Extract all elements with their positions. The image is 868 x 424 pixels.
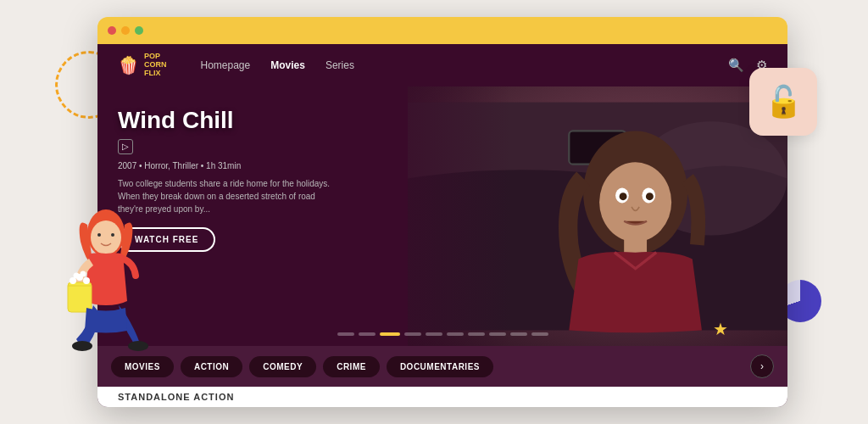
logo: 🍿 POPCORNFLIX [118, 53, 167, 78]
svg-point-9 [81, 271, 86, 277]
svg-rect-4 [68, 282, 92, 312]
logo-text: POPCORNFLIX [144, 53, 167, 78]
search-icon[interactable]: 🔍 [728, 58, 744, 73]
dot-8[interactable] [489, 332, 506, 336]
nav-movies[interactable]: Movies [270, 59, 305, 71]
rating-box: ▷ [118, 139, 133, 154]
nav-links: Homepage Movies Series [201, 59, 729, 71]
genre-bar: MOVIES ACTION COMEDY CRIME DOCUMENTARIES… [97, 346, 787, 387]
genre-crime[interactable]: CRIME [323, 356, 380, 377]
genre-comedy[interactable]: COMEDY [249, 356, 316, 377]
titlebar-dot-yellow[interactable] [121, 26, 130, 35]
dot-6[interactable] [447, 332, 464, 336]
navigation: 🍿 POPCORNFLIX Homepage Movies Series 🔍 ⚙ [97, 44, 787, 86]
dot-5[interactable] [426, 332, 442, 336]
bottom-bar-text: STANDALONE ACTION [118, 392, 234, 402]
svg-point-10 [72, 341, 92, 351]
slide-indicators [97, 332, 787, 336]
titlebar-dot-red[interactable] [108, 26, 116, 35]
movie-meta: 2007 • Horror, Thriller • 1h 31min [118, 161, 338, 170]
genre-next-button[interactable]: › [750, 354, 774, 378]
girl-illustration [51, 208, 161, 377]
svg-point-16 [599, 162, 671, 242]
lock-card: 🔓 [749, 68, 817, 136]
svg-point-7 [83, 277, 90, 284]
nav-series[interactable]: Series [326, 59, 354, 71]
svg-point-1 [91, 220, 121, 254]
browser-titlebar [97, 17, 787, 44]
svg-point-20 [646, 192, 654, 200]
svg-point-11 [128, 341, 148, 351]
dot-4[interactable] [404, 332, 421, 336]
browser-window: 🍿 POPCORNFLIX Homepage Movies Series 🔍 ⚙ [97, 17, 787, 407]
bottom-bar: STANDALONE ACTION [97, 387, 787, 407]
dot-1[interactable] [337, 332, 354, 336]
dot-10[interactable] [531, 332, 548, 336]
rating-row: ▷ [118, 139, 338, 154]
logo-popcorn-icon: 🍿 [118, 55, 139, 75]
genre-documentaries[interactable]: DOCUMENTARIES [387, 356, 493, 377]
dot-9[interactable] [510, 332, 527, 336]
nav-homepage[interactable]: Homepage [201, 59, 251, 71]
lock-icon: 🔓 [765, 84, 803, 120]
svg-point-8 [74, 273, 80, 279]
deco-star: ★ [713, 319, 728, 339]
svg-point-3 [111, 233, 114, 237]
titlebar-dot-green[interactable] [135, 26, 143, 35]
dot-2[interactable] [359, 332, 376, 336]
genre-action[interactable]: ACTION [181, 356, 242, 377]
dot-3[interactable] [380, 332, 400, 336]
svg-point-19 [620, 192, 627, 200]
svg-point-2 [97, 233, 101, 237]
hero-section: Wind Chill ▷ 2007 • Horror, Thriller • 1… [97, 86, 787, 346]
app-content: 🍿 POPCORNFLIX Homepage Movies Series 🔍 ⚙ [97, 44, 787, 407]
dot-7[interactable] [468, 332, 485, 336]
movie-title: Wind Chill [118, 107, 338, 134]
